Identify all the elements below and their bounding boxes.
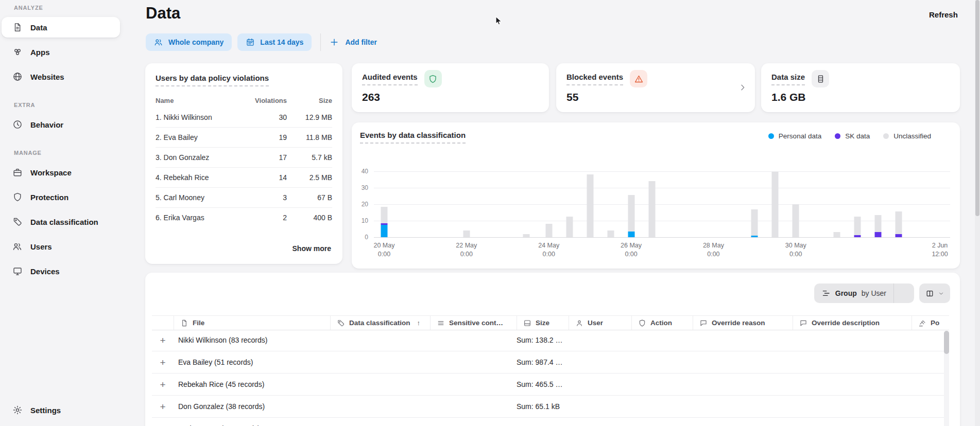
expand-row-button[interactable]: + (152, 358, 174, 367)
events-chart-card: Events by data classification Personal d… (352, 122, 960, 269)
chart-bar[interactable] (772, 172, 779, 237)
column-label: Po (931, 319, 939, 327)
expand-row-button[interactable]: + (152, 335, 174, 345)
sidebar-item-workspace[interactable]: Workspace (2, 162, 120, 183)
chart-bar[interactable] (523, 234, 529, 237)
group-by-chip[interactable]: Group by User (814, 289, 893, 298)
data-size-value: 1.6 GB (771, 91, 950, 103)
group-row[interactable]: +Nikki Wilkinson (83 records)Sum: 138.2 … (152, 329, 949, 351)
expand-row-button[interactable]: + (152, 402, 174, 412)
column-settings-button[interactable] (919, 283, 950, 303)
column-header-override-description[interactable]: Override description (793, 316, 912, 330)
refresh-button[interactable]: Refresh (929, 10, 958, 19)
group-by-toolbar: Group by User (814, 283, 914, 303)
chart-bar[interactable] (875, 215, 882, 237)
violations-row[interactable]: 4. Rebekah Rice142.5 MB (156, 168, 332, 188)
chart-bar[interactable] (793, 204, 799, 237)
chart-bar[interactable] (566, 217, 573, 237)
violations-card: Users by data policy violations Name Vio… (145, 63, 342, 264)
shield-icon (638, 319, 646, 327)
sidebar-item-apps[interactable]: Apps (2, 42, 120, 62)
page-scrollbar[interactable] (975, 0, 980, 426)
bar-segment-unclassified (523, 234, 529, 237)
sidebar-item-data[interactable]: Data (2, 17, 120, 38)
group-row-sum: Sum: 138.2 … (517, 336, 640, 344)
table-scrollbar[interactable] (944, 331, 949, 426)
group-row[interactable]: +Eva Bailey (51 records)Sum: 987.4 … (152, 351, 949, 374)
user-name: 6. Erika Vargas (156, 214, 251, 222)
violations-count: 17 (251, 153, 287, 162)
violations-size: 12.9 MB (287, 113, 332, 121)
column-header-po[interactable]: Po (912, 316, 944, 330)
violations-row[interactable]: 5. Carl Mooney367 B (156, 188, 332, 208)
legend-item-personal-data[interactable]: Personal data (768, 132, 821, 140)
column-header-user[interactable]: User (569, 316, 631, 330)
clock-icon (12, 119, 23, 130)
group-row[interactable]: +Carl Mooney (31 records)Sum: 1001.2 … (152, 418, 949, 426)
bar-segment-personal (628, 232, 634, 237)
y-axis-label: 0 (352, 234, 368, 241)
column-header-action[interactable]: Action (631, 316, 693, 330)
add-filter-button[interactable]: Add filter (329, 37, 376, 47)
sidebar-section-extra: EXTRABehavior (0, 100, 129, 135)
data-size-card: Data size 1.6 GB (761, 63, 960, 112)
table-scrollbar-thumb[interactable] (944, 331, 949, 354)
column-header-override-reason[interactable]: Override reason (693, 316, 793, 330)
chart-bar[interactable] (854, 217, 861, 237)
column-header-file[interactable]: File (174, 316, 330, 330)
chart-bar[interactable] (607, 230, 614, 237)
sidebar-item-settings[interactable]: Settings (2, 400, 120, 420)
violations-size: 67 B (287, 193, 332, 202)
show-more-link[interactable]: Show more (293, 244, 331, 253)
gavel-icon (918, 319, 926, 327)
x-axis-label: 20 May0:00 (373, 241, 394, 259)
page-scrollbar-thumb[interactable] (975, 0, 979, 216)
scope-filter-chip[interactable]: Whole company (146, 33, 232, 51)
bar-segment-unclassified (648, 181, 655, 237)
violations-row[interactable]: 3. Don Gonzalez175.7 kB (156, 148, 332, 168)
column-header-size[interactable]: Size (517, 316, 569, 330)
legend-item-unclassified[interactable]: Unclassified (883, 132, 931, 140)
shield-icon (12, 192, 23, 202)
chart-bar[interactable] (545, 224, 552, 237)
y-axis-label: 20 (352, 201, 368, 208)
sidebar-item-users[interactable]: Users (2, 236, 120, 257)
bar-segment-unclassified (875, 215, 882, 233)
group-row[interactable]: +Don Gonzalez (38 records)Sum: 65.1 kB (152, 396, 949, 418)
group-row[interactable]: +Rebekah Rice (45 records)Sum: 465.5 … (152, 374, 949, 396)
legend-item-sk-data[interactable]: SK data (835, 132, 870, 140)
sidebar-item-label: Apps (30, 48, 50, 57)
sidebar-item-devices[interactable]: Devices (2, 261, 120, 281)
chart-bar[interactable] (587, 174, 593, 237)
column-header-data-classification[interactable]: Data classification↑ (330, 316, 430, 330)
sidebar-item-behavior[interactable]: Behavior (2, 114, 120, 135)
chart-bar[interactable] (834, 232, 840, 237)
violations-row[interactable]: 1. Nikki Wilkinson3012.9 MB (156, 108, 332, 128)
sidebar-item-protection[interactable]: Protection (2, 187, 120, 207)
column-label: User (588, 319, 603, 327)
chart-bar[interactable] (381, 207, 387, 237)
data-size-title: Data size (771, 73, 805, 85)
violations-row[interactable]: 6. Erika Vargas2400 B (156, 208, 332, 227)
chart-bar[interactable] (896, 211, 902, 237)
bar-segment-unclassified (896, 211, 902, 234)
devices-icon (12, 266, 23, 276)
chart-bar[interactable] (628, 195, 634, 237)
mouse-cursor (493, 15, 504, 26)
blocked-events-value: 55 (566, 91, 745, 103)
clear-grouping-button[interactable] (894, 283, 914, 303)
col-violations: Violations (251, 97, 287, 104)
column-header-sensitive-cont-[interactable]: Sensitive cont… (430, 316, 517, 330)
chart-bar[interactable] (751, 209, 758, 237)
sidebar-item-websites[interactable]: Websites (2, 66, 120, 87)
chevron-right-icon[interactable] (737, 82, 748, 93)
violations-table-header: Name Violations Size (156, 93, 332, 108)
violations-row[interactable]: 2. Eva Bailey1911.8 MB (156, 128, 332, 148)
expand-row-button[interactable]: + (152, 424, 174, 426)
chart-bar[interactable] (648, 181, 655, 237)
date-filter-chip[interactable]: Last 14 days (237, 33, 312, 51)
chart-bar[interactable] (463, 230, 470, 237)
sidebar-item-data-classification[interactable]: Data classification (2, 211, 120, 232)
legend-dot (768, 133, 774, 139)
expand-row-button[interactable]: + (152, 380, 174, 389)
